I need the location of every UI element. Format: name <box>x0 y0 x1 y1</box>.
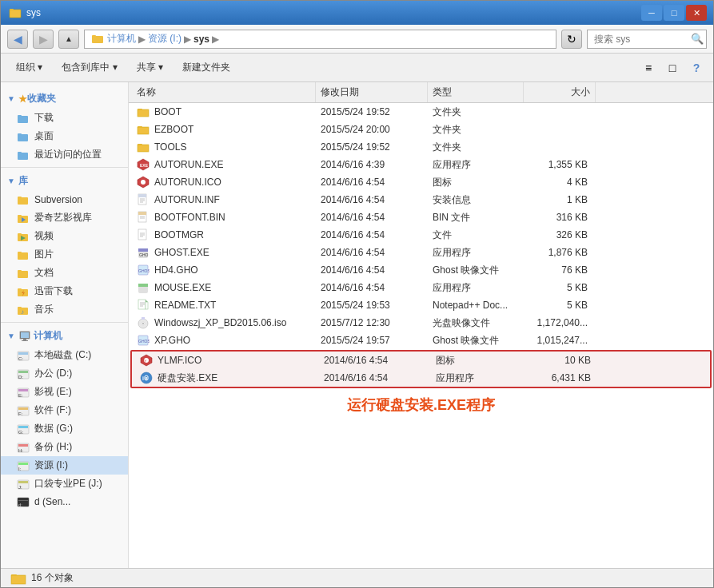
file-row[interactable]: AUTORUN.ICO 2014/6/16 4:54 图标 4 KB <box>129 173 713 191</box>
sidebar-documents[interactable]: 文档 <box>1 264 128 282</box>
folder-status-icon <box>10 572 26 585</box>
new-folder-button[interactable]: 新建文件夹 <box>174 57 239 79</box>
sidebar-music[interactable]: ♪ 音乐 <box>1 300 128 319</box>
file-row[interactable]: AUTORUN.INF 2014/6/16 4:54 安装信息 1 KB <box>129 191 713 209</box>
sidebar-video[interactable]: 视频 <box>1 227 128 245</box>
favorites-recent[interactable]: 最近访问的位置 <box>1 145 128 164</box>
sidebar-divider2 <box>1 322 128 323</box>
file-name-bootmgr: BOOTMGR <box>132 228 316 241</box>
col-header-size[interactable]: 大小 <box>524 82 596 102</box>
svg-rect-6 <box>18 115 22 117</box>
help-button[interactable]: ? <box>686 58 707 77</box>
sidebar-iqiyi[interactable]: 爱奇艺影视库 <box>1 209 128 227</box>
view-list-button[interactable]: ≡ <box>638 58 659 77</box>
file-name-ghostexe: GHO GHOST.EXE <box>132 246 316 259</box>
file-row[interactable]: EZBOOT 2015/5/24 20:00 文件夹 <box>129 121 713 138</box>
path-folder-icon <box>91 33 104 46</box>
sidebar-disk-i[interactable]: I: 资源 (I:) <box>1 456 128 475</box>
file-row[interactable]: BOOTMGR 2014/6/16 4:54 文件 326 KB <box>129 226 713 244</box>
col-header-date[interactable]: 修改日期 <box>316 82 428 102</box>
sidebar-disk-e[interactable]: E: 影视 (E:) <box>1 383 128 401</box>
status-bar: 16 个对象 <box>1 568 713 587</box>
status-count: 16 个对象 <box>31 571 74 585</box>
sidebar-subversion[interactable]: Subversion <box>1 191 128 209</box>
sidebar-disk-d2[interactable]: d: d (Sen... <box>1 493 128 511</box>
disk-g-icon: G: <box>17 423 30 435</box>
share-button[interactable]: 共享 ▾ <box>128 57 172 79</box>
svg-text:H:: H: <box>18 448 23 453</box>
main-window: sys ─ □ ✕ ◀ ▶ ▲ 计算机 ▶ 资源 (I:) ▶ sys ▶ ↻ <box>0 0 714 588</box>
close-button[interactable]: ✕ <box>686 5 707 21</box>
file-row[interactable]: GHO GHOST.EXE 2014/6/16 4:54 应用程序 1,876 … <box>129 244 713 261</box>
organize-button[interactable]: 组织 ▾ <box>7 57 51 79</box>
search-input[interactable] <box>587 30 707 49</box>
path-computer: 计算机 <box>107 32 136 46</box>
file-row[interactable]: GHOST HD4.GHO 2014/6/16 4:54 Ghost 映像文件 … <box>129 261 713 279</box>
highlighted-files-group: Y YLMF.ICO 2014/6/16 4:54 图标 10 KB <box>130 350 712 388</box>
sidebar-disk-f[interactable]: F: 软件 (F:) <box>1 401 128 419</box>
sidebar-thunder[interactable]: 迅雷下载 <box>1 282 128 300</box>
file-row[interactable]: EXE AUTORUN.EXE 2014/6/16 4:39 应用程序 1,35… <box>129 156 713 173</box>
disk-i-icon: I: <box>17 459 30 472</box>
file-row[interactable]: BOOT 2015/5/24 19:52 文件夹 <box>129 103 713 121</box>
back-button[interactable]: ◀ <box>7 30 28 49</box>
maximize-button[interactable]: □ <box>664 5 684 21</box>
libraries-section[interactable]: ▼ 库 <box>1 171 128 191</box>
sidebar-disk-d[interactable]: D: 办公 (D:) <box>1 364 128 383</box>
file-row[interactable]: Windowszj_XP_BD2015.06.iso 2015/7/12 12:… <box>129 314 713 332</box>
svg-rect-12 <box>18 197 22 199</box>
file-row[interactable]: GHOST XP.GHO 2015/5/24 19:57 Ghost 映像文件 … <box>129 332 713 349</box>
svg-point-102 <box>142 323 144 324</box>
include-library-button[interactable]: 包含到库中 ▾ <box>53 57 126 79</box>
file-row[interactable]: README.TXT 2015/5/24 19:53 Notepad++ Doc… <box>129 296 713 314</box>
minimize-button[interactable]: ─ <box>641 5 662 21</box>
libraries-label: 库 <box>18 174 28 188</box>
sidebar-disk-c[interactable]: C: 本地磁盘 (C:) <box>1 346 128 364</box>
file-row[interactable]: i 硬盘安装.EXE 2014/6/16 4:54 应用程序 6,431 KB <box>132 369 710 387</box>
refresh-button[interactable]: ↻ <box>561 30 582 49</box>
sidebar-disk-h[interactable]: H: 备份 (H:) <box>1 438 128 456</box>
content-area: ▼ ★ 收藏夹 下载 桌面 <box>1 82 713 568</box>
svg-rect-83 <box>138 229 146 240</box>
svg-rect-112 <box>11 574 17 577</box>
file-row[interactable]: BOOTFONT.BIN 2014/6/16 4:54 BIN 文件 316 K… <box>129 209 713 226</box>
svg-text:i: i <box>142 375 144 381</box>
recent-folder-icon <box>17 149 30 161</box>
svg-rect-1 <box>10 9 14 11</box>
file-row[interactable]: MOUSE.EXE 2014/6/16 4:54 应用程序 5 KB <box>129 279 713 296</box>
sidebar-pictures[interactable]: 图片 <box>1 245 128 264</box>
svg-rect-75 <box>138 194 146 197</box>
forward-button[interactable]: ▶ <box>33 30 54 49</box>
col-header-type[interactable]: 类型 <box>428 82 524 102</box>
folder-icon <box>137 105 150 118</box>
disk-j-icon: J: <box>17 478 30 491</box>
sidebar-disk-g[interactable]: G: 数据 (G:) <box>1 419 128 438</box>
favorites-download[interactable]: 下载 <box>1 109 128 127</box>
up-button[interactable]: ▲ <box>58 30 79 49</box>
title-bar-left: sys <box>9 6 41 19</box>
address-path[interactable]: 计算机 ▶ 资源 (I:) ▶ sys ▶ <box>84 30 556 49</box>
svg-rect-80 <box>138 212 146 215</box>
favorites-section[interactable]: ▼ ★ 收藏夹 <box>1 89 128 109</box>
sidebar-disk-j[interactable]: J: 口袋专业PE (J:) <box>1 475 128 493</box>
file-name-bootfontbin: BOOTFONT.BIN <box>132 211 316 224</box>
computer-section[interactable]: ▼ 计算机 <box>1 326 128 346</box>
svg-rect-53 <box>18 463 28 465</box>
svg-rect-96 <box>146 302 148 309</box>
view-icon-button[interactable]: □ <box>662 58 683 77</box>
file-row[interactable]: Y YLMF.ICO 2014/6/16 4:54 图标 10 KB <box>132 352 710 369</box>
favorites-desktop[interactable]: 桌面 <box>1 127 128 145</box>
svg-rect-93 <box>138 284 148 287</box>
sidebar: ▼ ★ 收藏夹 下载 桌面 <box>1 82 129 568</box>
path-sep3: ▶ <box>212 34 219 45</box>
svg-text:I:: I: <box>18 467 22 471</box>
svg-rect-24 <box>18 288 22 291</box>
svg-rect-59 <box>18 500 28 501</box>
ylmf-ico-icon: Y <box>140 354 153 367</box>
svg-rect-33 <box>22 340 28 341</box>
file-row[interactable]: TOOLS 2015/5/24 19:52 文件夹 <box>129 138 713 156</box>
col-header-name[interactable]: 名称 <box>132 82 316 102</box>
svg-rect-4 <box>92 35 96 38</box>
search-button[interactable]: 🔍 <box>691 33 704 45</box>
svg-rect-103 <box>142 317 145 320</box>
